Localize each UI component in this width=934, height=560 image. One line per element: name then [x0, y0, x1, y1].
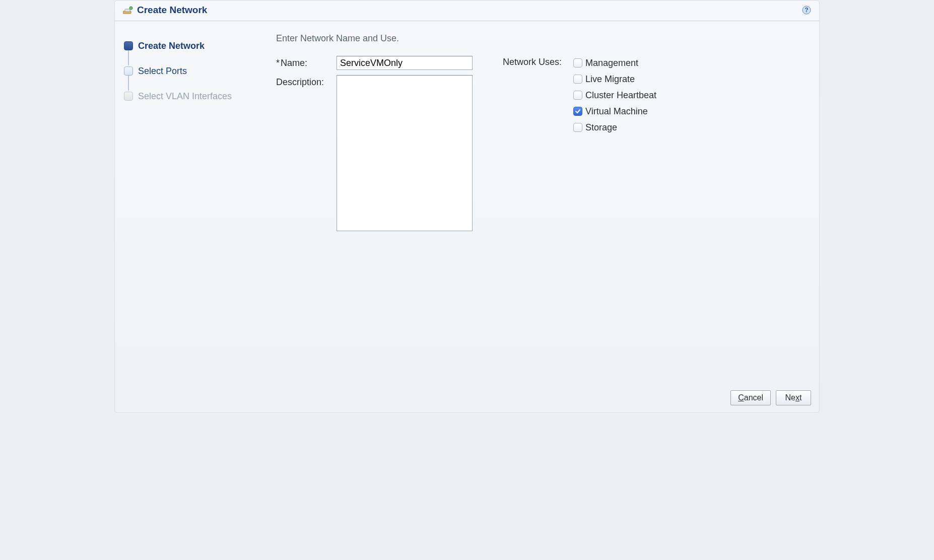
- use-cluster-heartbeat-row: Cluster Heartbeat: [573, 88, 656, 102]
- svg-text:?: ?: [805, 7, 808, 14]
- svg-point-2: [129, 7, 132, 10]
- description-label: Description:: [276, 75, 337, 88]
- dialog-body: Create Network Select Ports Select VLAN …: [115, 21, 819, 383]
- cancel-button[interactable]: Cancel: [730, 390, 771, 405]
- step-marker-icon: [124, 66, 133, 76]
- dialog-footer: Cancel Next: [730, 390, 811, 405]
- field-name: *Name:: [276, 56, 483, 70]
- use-virtual-machine-checkbox[interactable]: [573, 107, 582, 116]
- use-live-migrate-checkbox[interactable]: [573, 75, 582, 84]
- step-marker-icon: [124, 92, 133, 101]
- wizard-step-select-vlan-interfaces: Select VLAN Interfaces: [124, 87, 261, 106]
- step-connector: [128, 76, 129, 91]
- step-label: Select VLAN Interfaces: [138, 91, 232, 102]
- wizard-step-select-ports[interactable]: Select Ports: [124, 61, 261, 81]
- use-virtual-machine-row: Virtual Machine: [573, 104, 656, 118]
- description-textarea[interactable]: [337, 75, 473, 231]
- use-cluster-heartbeat-label: Cluster Heartbeat: [585, 90, 656, 101]
- use-storage-row: Storage: [573, 120, 656, 134]
- next-button[interactable]: Next: [776, 390, 811, 405]
- name-label: *Name:: [276, 56, 337, 68]
- use-management-row: Management: [573, 56, 656, 70]
- step-marker-icon: [124, 41, 133, 50]
- use-storage-label: Storage: [585, 122, 617, 133]
- step-label: Create Network: [138, 41, 205, 51]
- form-row: *Name: Description: Network Uses:: [276, 56, 809, 236]
- wizard-content: Enter Network Name and Use. *Name: Descr…: [266, 21, 819, 383]
- network-uses-options: Management Live Migrate: [573, 56, 656, 236]
- form-left-column: *Name: Description:: [276, 56, 483, 236]
- network-uses-label: Network Uses:: [503, 56, 573, 236]
- wizard-step-create-network[interactable]: Create Network: [124, 36, 261, 55]
- use-live-migrate-row: Live Migrate: [573, 72, 656, 86]
- use-virtual-machine-label: Virtual Machine: [585, 106, 648, 117]
- step-label: Select Ports: [138, 66, 187, 77]
- use-management-checkbox[interactable]: [573, 58, 582, 67]
- use-cluster-heartbeat-checkbox[interactable]: [573, 91, 582, 100]
- svg-rect-1: [125, 9, 130, 12]
- wizard-steps: Create Network Select Ports Select VLAN …: [115, 21, 266, 383]
- form-right-column: Network Uses: Management L: [483, 56, 656, 236]
- use-management-label: Management: [585, 58, 638, 68]
- step-connector: [128, 50, 129, 65]
- instruction-text: Enter Network Name and Use.: [276, 33, 809, 44]
- name-input[interactable]: [337, 56, 473, 70]
- help-icon[interactable]: ?: [802, 6, 811, 15]
- use-live-migrate-label: Live Migrate: [585, 74, 635, 85]
- create-network-dialog: Create Network ? Create Network Select P…: [114, 0, 820, 413]
- dialog-header: Create Network ?: [115, 1, 819, 21]
- required-marker: *: [276, 58, 280, 68]
- field-description: Description:: [276, 75, 483, 231]
- name-label-text: Name:: [281, 58, 307, 68]
- use-storage-checkbox[interactable]: [573, 123, 582, 132]
- network-wizard-icon: [123, 6, 133, 14]
- dialog-title: Create Network: [137, 5, 207, 16]
